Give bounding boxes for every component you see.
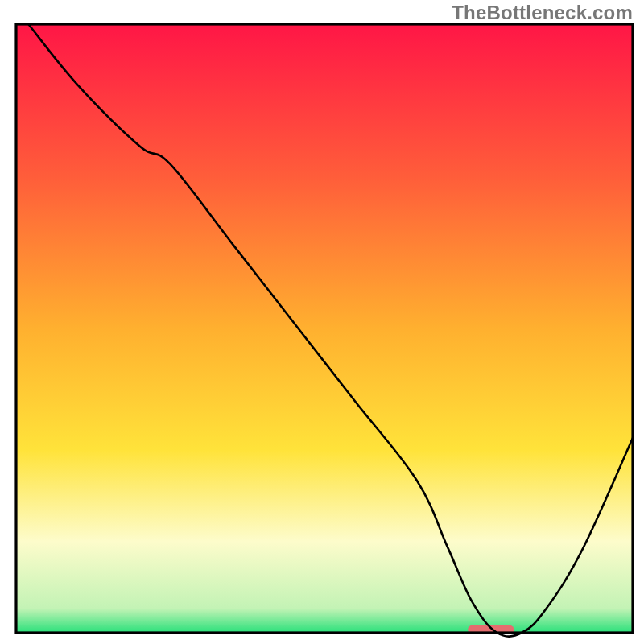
chart-svg bbox=[0, 0, 644, 644]
plot-background bbox=[16, 24, 633, 633]
chart-container: TheBottleneck.com bbox=[0, 0, 644, 644]
watermark-text: TheBottleneck.com bbox=[452, 2, 633, 24]
